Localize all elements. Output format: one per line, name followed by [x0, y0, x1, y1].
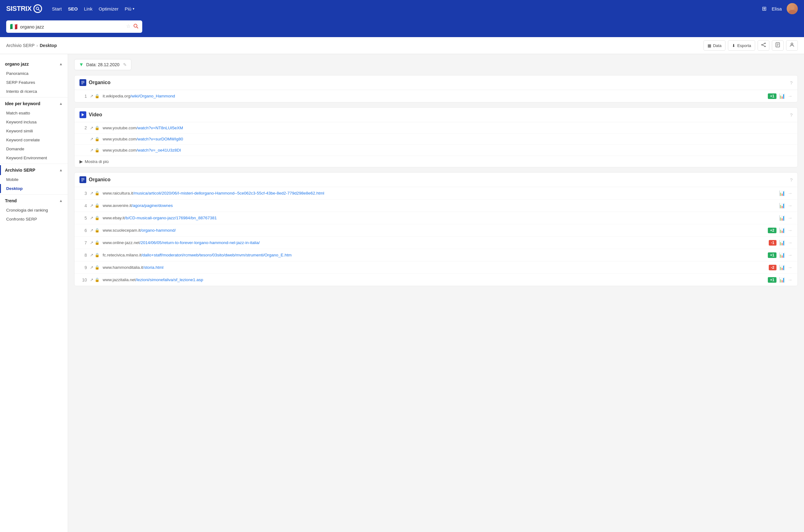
share-button[interactable]	[758, 40, 769, 51]
filter-bar: ▼ Data: 28.12.2020 ✎	[74, 59, 798, 70]
external-link-icon[interactable]: ↗	[90, 265, 93, 270]
result-url[interactable]: fc.retecivica.milano.it/dallo+staff/mode…	[103, 253, 765, 257]
chart-icon[interactable]: 📊	[779, 93, 785, 99]
breadcrumb-parent[interactable]: Archivio SERP	[6, 43, 35, 48]
user-name: Elisa	[771, 6, 782, 12]
external-link-icon[interactable]: ↗	[90, 228, 93, 233]
sidebar-trend-header[interactable]: Trend ▲	[0, 196, 68, 206]
sidebar-ideas-header[interactable]: Idee per keyword ▲	[0, 99, 68, 109]
external-link-icon[interactable]: ↗	[90, 126, 93, 130]
sidebar-archivio-header[interactable]: Archivio SERP ▲	[0, 165, 68, 175]
external-link-icon[interactable]: ↗	[90, 253, 93, 257]
book-button[interactable]	[772, 40, 784, 51]
result-url[interactable]: www.jazzitalia.net/lezioni/simonefaliva/…	[103, 278, 765, 282]
star-icon[interactable]: ☆	[126, 23, 131, 30]
result-url[interactable]: www.ebay.it/b/CD-musicali-organo-jazz/17…	[103, 215, 776, 220]
result-url[interactable]: www.online-jazz.net/2014/06/05/return-to…	[103, 240, 766, 245]
chart-icon[interactable]: 📊	[779, 190, 785, 196]
nav-link[interactable]: Link	[84, 6, 93, 12]
help-icon-video[interactable]: ?	[790, 112, 792, 117]
video-title: Video	[79, 111, 102, 118]
result-url[interactable]: www.youtube.com/watch?v=NT8nLUI5eXM	[103, 126, 792, 130]
chart-icon[interactable]: 📊	[779, 252, 785, 258]
navigate-icon[interactable]: →	[788, 215, 792, 221]
navigate-icon[interactable]: →	[788, 203, 792, 208]
sidebar-section-keyword: organo jazz ▲ Panoramica SERP Features I…	[0, 59, 68, 96]
nav-right: ⊞ Elisa	[762, 3, 798, 14]
person-button[interactable]	[786, 40, 798, 51]
chart-icon[interactable]: 📊	[779, 227, 785, 233]
navigate-icon[interactable]: →	[788, 93, 792, 99]
sidebar-keyword-title: organo jazz	[5, 61, 29, 66]
nav-seo[interactable]: SEO	[68, 6, 78, 12]
data-button[interactable]: ▦ Data	[704, 40, 725, 51]
navigate-icon[interactable]: →	[788, 277, 792, 283]
result-url[interactable]: www.scuolecepam.it/organo-hammond/	[103, 228, 765, 233]
result-url[interactable]: www.hammonditalia.it/storia.html	[103, 265, 766, 270]
navigate-icon[interactable]: →	[788, 228, 792, 233]
sidebar-item-confronto[interactable]: Confronto SERP	[0, 215, 68, 224]
navigate-icon[interactable]: →	[788, 191, 792, 196]
navigate-icon[interactable]: →	[788, 265, 792, 270]
result-url[interactable]: www.youtube.com/watch?v=_oe41U3z8DI	[103, 148, 792, 152]
help-icon-organic2[interactable]: ?	[790, 177, 792, 183]
show-more-button[interactable]: ▶ Mostra di più	[75, 156, 798, 167]
result-url[interactable]: it.wikipedia.org/wiki/Organo_Hammond	[103, 94, 765, 98]
nav-start[interactable]: Start	[52, 6, 62, 12]
sidebar-item-domande[interactable]: Domande	[0, 145, 68, 153]
external-link-icon[interactable]: ↗	[90, 215, 93, 220]
chart-icon[interactable]: 📊	[779, 264, 785, 270]
external-link-icon[interactable]: ↗	[90, 278, 93, 282]
avatar[interactable]	[787, 3, 798, 14]
help-icon[interactable]: ?	[790, 80, 792, 86]
sidebar-item-keyword-inclusa[interactable]: Keyword inclusa	[0, 117, 68, 127]
nav-optimizer[interactable]: Optimizer	[99, 6, 118, 12]
chart-icon[interactable]: 📊	[779, 215, 785, 221]
sidebar-item-cronologia[interactable]: Cronologia dei ranking	[0, 206, 68, 215]
search-input[interactable]	[20, 24, 124, 30]
external-link-icon[interactable]: ↗	[90, 148, 93, 152]
result-url[interactable]: www.youtube.com/watch?v=surDOMWIg80	[103, 137, 792, 141]
result-url[interactable]: www.raicultura.it/musica/articoli/2020/0…	[103, 191, 776, 195]
sidebar-item-desktop[interactable]: Desktop	[0, 184, 68, 193]
triangle-right-icon: ▶	[79, 159, 83, 164]
rank-badge: -2	[769, 265, 777, 270]
svg-point-2	[790, 5, 795, 10]
external-link-icon[interactable]: ↗	[90, 191, 93, 195]
chart-icon[interactable]: 📊	[779, 277, 785, 283]
export-button[interactable]: ⬇ Esporta	[728, 40, 755, 51]
search-icon[interactable]	[133, 23, 138, 30]
flag-icon: 🇮🇹	[10, 23, 18, 30]
sidebar-item-intento[interactable]: Intento di ricerca	[0, 87, 68, 96]
result-actions: +1 📊 →	[768, 93, 792, 99]
result-icons: ↗ 🔒	[90, 191, 100, 195]
navigate-icon[interactable]: →	[788, 240, 792, 246]
organic-2-card: Organico ? 3 ↗ 🔒 www.raicultura.it/music…	[74, 172, 798, 286]
grid-icon[interactable]: ⊞	[762, 5, 767, 12]
sidebar-item-panoramica[interactable]: Panoramica	[0, 69, 68, 78]
breadcrumb-current: Desktop	[40, 43, 57, 48]
sidebar-item-match-esatto[interactable]: Match esatto	[0, 109, 68, 117]
sidebar-item-keyword-correlate[interactable]: Keyword correlate	[0, 135, 68, 145]
lock-icon: 🔒	[95, 265, 100, 270]
edit-icon[interactable]: ✎	[123, 62, 127, 67]
nav-piu[interactable]: Più ▾	[125, 6, 135, 12]
organic-icon-2	[79, 176, 86, 183]
search-icons: ☆	[126, 23, 138, 30]
external-link-icon[interactable]: ↗	[90, 203, 93, 208]
sidebar-item-keyword-simili[interactable]: Keyword simili	[0, 127, 68, 135]
sidebar-item-mobile[interactable]: Mobile	[0, 175, 68, 184]
chart-icon[interactable]: 📊	[779, 203, 785, 208]
sidebar-item-keyword-environment[interactable]: Keyword Environment	[0, 153, 68, 163]
external-link-icon[interactable]: ↗	[90, 94, 93, 98]
sidebar-item-serp-features[interactable]: SERP Features	[0, 78, 68, 87]
external-link-icon[interactable]: ↗	[90, 137, 93, 141]
chart-icon[interactable]: 📊	[779, 240, 785, 246]
sidebar-keyword-header[interactable]: organo jazz ▲	[0, 59, 68, 69]
external-link-icon[interactable]: ↗	[90, 240, 93, 245]
lock-icon: 🔒	[95, 240, 100, 245]
result-url[interactable]: www.avvenire.it/agora/pagine/downes	[103, 203, 776, 208]
navigate-icon[interactable]: →	[788, 252, 792, 258]
result-icons: ↗ 🔒	[90, 253, 100, 257]
logo[interactable]: SISTRIX	[6, 4, 42, 13]
